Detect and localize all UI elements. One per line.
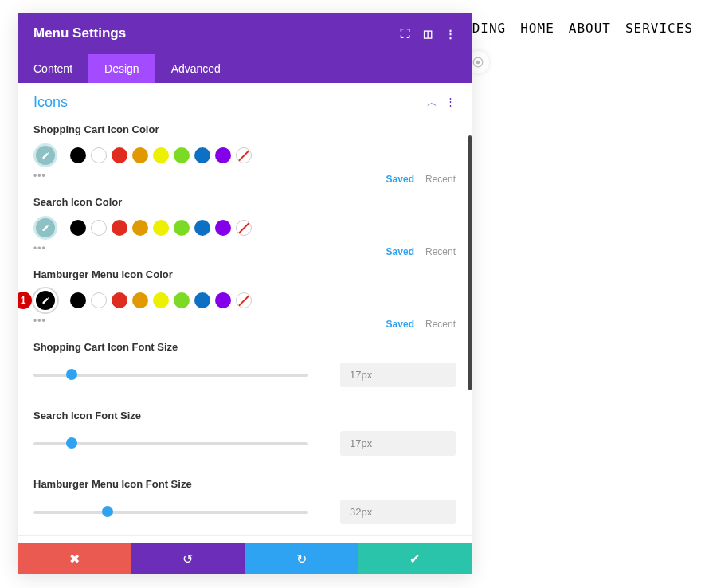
menu-dots-icon[interactable]: ⋮ <box>445 28 456 40</box>
swatch-red[interactable] <box>112 147 127 163</box>
tab-design[interactable]: Design <box>88 54 155 83</box>
eyedropper-cart[interactable] <box>33 143 57 167</box>
label-cart-size: Shopping Cart Icon Font Size <box>18 330 472 356</box>
nav-about[interactable]: ABOUT <box>569 21 611 36</box>
section-logo[interactable]: Logo ﹀ <box>18 535 472 543</box>
undo-button[interactable]: ↺ <box>131 543 245 574</box>
expand-icon[interactable]: ⛶ <box>400 28 410 40</box>
saved-tab[interactable]: Saved <box>386 319 414 330</box>
eyedropper-hamburger[interactable] <box>33 288 57 312</box>
label-search-color: Search Icon Color <box>18 185 472 211</box>
redo-button[interactable]: ↻ <box>245 543 358 574</box>
color-row-search <box>18 211 472 240</box>
slider-search-size[interactable] <box>33 442 308 445</box>
swatch-yellow[interactable] <box>153 292 169 308</box>
swatch-green[interactable] <box>174 292 190 308</box>
panel-header: Menu Settings ⛶ ◫ ⋮ <box>18 13 472 54</box>
tabs: Content Design Advanced <box>18 54 472 83</box>
tab-content[interactable]: Content <box>18 54 88 83</box>
section-icons-header[interactable]: Icons ︿ ⋮ <box>18 83 472 112</box>
recent-tab[interactable]: Recent <box>425 174 456 185</box>
nav-home[interactable]: HOME <box>520 21 554 36</box>
label-hamburger-size: Hamburger Menu Icon Font Size <box>18 467 472 493</box>
scrollbar[interactable] <box>468 135 472 390</box>
eyedropper-search[interactable] <box>33 216 57 240</box>
snap-icon[interactable]: ◫ <box>423 28 433 40</box>
swatch-green[interactable] <box>174 147 190 163</box>
swatch-blue[interactable] <box>194 292 210 308</box>
swatch-red[interactable] <box>112 220 127 236</box>
swatch-blue[interactable] <box>194 220 210 236</box>
section-icons-title: Icons <box>33 94 68 111</box>
label-search-size: Search Icon Font Size <box>18 398 472 425</box>
value-hamburger-size[interactable]: 32px <box>340 500 456 524</box>
swatch-yellow[interactable] <box>153 220 169 236</box>
swatch-red[interactable] <box>112 292 127 308</box>
redo-icon: ↻ <box>296 551 307 566</box>
annotation-badge-1: 1 <box>18 292 32 309</box>
swatch-white[interactable] <box>91 292 107 308</box>
nav-services[interactable]: SERVICES <box>625 21 693 36</box>
saved-tab[interactable]: Saved <box>386 246 414 257</box>
settings-panel: Menu Settings ⛶ ◫ ⋮ Content Design Advan… <box>18 13 472 574</box>
swatch-orange[interactable] <box>132 292 148 308</box>
swatch-purple[interactable] <box>215 292 231 308</box>
chevron-up-icon[interactable]: ︿ <box>427 96 437 110</box>
label-cart-color: Shopping Cart Icon Color <box>18 112 472 139</box>
swatch-yellow[interactable] <box>153 147 169 163</box>
swatch-blue[interactable] <box>194 147 210 163</box>
tab-advanced[interactable]: Advanced <box>155 54 237 83</box>
close-button[interactable]: ✖ <box>18 543 131 574</box>
saved-tab[interactable]: Saved <box>386 174 414 185</box>
swatch-none[interactable] <box>236 292 252 308</box>
value-cart-size[interactable]: 17px <box>340 363 456 387</box>
swatch-purple[interactable] <box>215 147 231 163</box>
slider-cart-size[interactable] <box>33 374 308 377</box>
swatch-black[interactable] <box>70 147 86 163</box>
confirm-button[interactable]: ✔ <box>358 543 472 574</box>
color-row-cart <box>18 139 472 167</box>
recent-tab[interactable]: Recent <box>425 246 456 257</box>
color-row-hamburger: 1 <box>18 284 472 312</box>
recent-tab[interactable]: Recent <box>425 319 456 330</box>
swatch-green[interactable] <box>174 220 190 236</box>
swatch-white[interactable] <box>91 147 107 163</box>
swatch-none[interactable] <box>236 147 252 163</box>
svg-point-1 <box>476 61 480 65</box>
value-search-size[interactable]: 17px <box>340 431 456 456</box>
swatch-none[interactable] <box>236 220 252 236</box>
panel-footer: ✖ ↺ ↻ ✔ <box>18 543 472 574</box>
undo-icon: ↺ <box>182 551 193 566</box>
panel-title: Menu Settings <box>33 25 126 41</box>
page-nav: LANDING HOME ABOUT SERVICES <box>447 21 693 36</box>
swatch-purple[interactable] <box>215 220 231 236</box>
swatch-orange[interactable] <box>132 220 148 236</box>
swatch-orange[interactable] <box>132 147 148 163</box>
swatch-black[interactable] <box>70 220 86 236</box>
swatch-white[interactable] <box>91 220 107 236</box>
label-hamburger-color: Hamburger Menu Icon Color <box>18 257 472 284</box>
check-icon: ✔ <box>409 551 420 566</box>
close-icon: ✖ <box>69 551 80 566</box>
swatch-black[interactable] <box>70 292 86 308</box>
slider-hamburger-size[interactable] <box>33 511 308 514</box>
section-menu-icon[interactable]: ⋮ <box>445 96 456 110</box>
panel-body: Icons ︿ ⋮ Shopping Cart Icon Color ••• S… <box>18 83 472 543</box>
